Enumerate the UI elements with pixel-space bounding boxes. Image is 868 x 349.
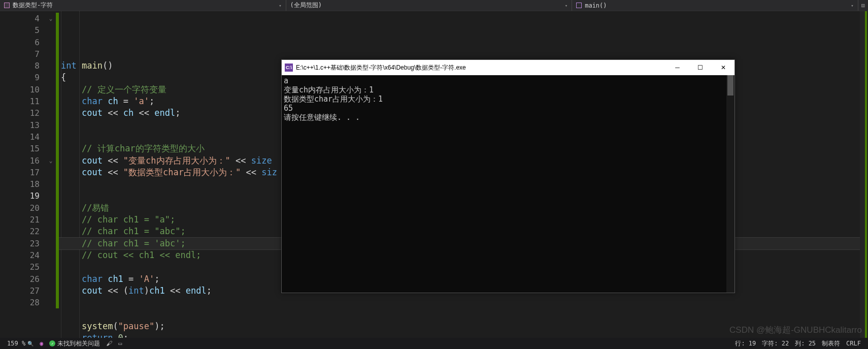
glyph-margin [0, 11, 10, 338]
console-app-icon: C:\ [285, 64, 293, 72]
minimap-scrollbar[interactable] [860, 11, 868, 338]
function-selector[interactable]: main() ▾ [572, 0, 858, 11]
zoom-icon: 🔍 [27, 341, 34, 346]
cursor-col[interactable]: 列: 25 [792, 339, 819, 348]
function-label: main() [585, 2, 607, 9]
cursor-char[interactable]: 字符: 22 [759, 339, 792, 348]
check-icon: ✓ [49, 340, 55, 346]
cube-icon [576, 3, 582, 8]
close-button[interactable]: ✕ [712, 60, 735, 75]
console-scrollbar[interactable] [726, 75, 735, 293]
split-icon: ⊞ [861, 2, 865, 9]
scope-selector[interactable]: (全局范围) ▾ [286, 0, 573, 11]
line-number-gutter: 4567891011121314151617181920212223242526… [10, 11, 46, 338]
issues-status[interactable]: ✓ 未找到相关问题 [46, 339, 103, 348]
breadcrumb-bar: 数据类型-字符 ▾ (全局范围) ▾ main() ▾ ⊞ [0, 0, 868, 11]
zoom-level[interactable]: 159 % 🔍 [4, 340, 37, 347]
console-title: E:\c++\1.c++基础\数据类型-字符\x64\Debug\数据类型-字符… [296, 64, 666, 72]
scope-label: (全局范围) [290, 1, 322, 10]
file-selector[interactable]: 数据类型-字符 ▾ [0, 0, 286, 11]
chevron-down-icon[interactable]: ▾ [565, 3, 567, 8]
console-output[interactable]: a变量ch内存占用大小为：1数据类型char占用大小为：165请按任意键继续. … [282, 75, 735, 293]
chevron-down-icon[interactable]: ▾ [279, 3, 281, 8]
maximize-button[interactable]: ☐ [689, 60, 712, 75]
error-indicator[interactable]: ◉ [37, 340, 46, 347]
chevron-down-icon[interactable]: ▾ [851, 3, 853, 8]
split-view-button[interactable]: ⊞ [858, 2, 868, 9]
file-label: 数据类型-字符 [13, 1, 53, 10]
indent-mode[interactable]: 制表符 [819, 339, 843, 348]
watermark: CSDN @鲍海超-GNUBHCkalitarro [729, 324, 862, 336]
brush-icon[interactable]: 🖌 [103, 340, 115, 347]
status-bar: 159 % 🔍 ◉ ✓ 未找到相关问题 🖌 ▭ 行: 19 字符: 22 列: … [0, 338, 868, 349]
eol-mode[interactable]: CRLF [843, 340, 864, 347]
comment-icon[interactable]: ▭ [115, 340, 125, 347]
fold-gutter[interactable]: ⌄⌄ [46, 11, 56, 338]
minimize-button[interactable]: ─ [666, 60, 689, 75]
console-titlebar[interactable]: C:\ E:\c++\1.c++基础\数据类型-字符\x64\Debug\数据类… [282, 60, 735, 75]
cursor-line[interactable]: 行: 19 [732, 339, 759, 348]
file-icon [4, 3, 10, 8]
console-window: C:\ E:\c++\1.c++基础\数据类型-字符\x64\Debug\数据类… [281, 59, 735, 293]
